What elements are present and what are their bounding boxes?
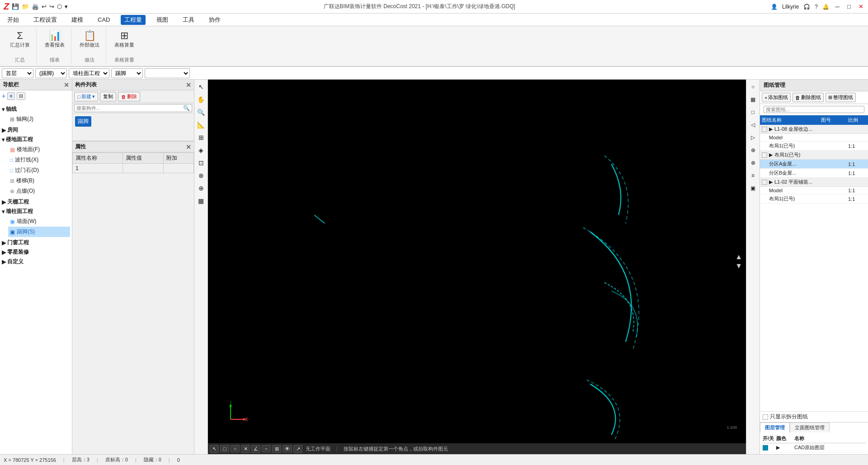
bell-icon[interactable]: 🔔: [822, 4, 829, 10]
comp-item-baseboard[interactable]: 踢脚: [75, 116, 91, 127]
sidebar-icon-hand[interactable]: ✋: [196, 94, 207, 105]
sidebar-icon-measure[interactable]: 📐: [196, 119, 207, 130]
titlebar-icon-undo[interactable]: ↩: [42, 3, 47, 10]
nav-item-wave[interactable]: □ 波打线(X): [8, 155, 70, 165]
titlebar-icon-folder[interactable]: 📁: [22, 3, 29, 10]
drawing-group-l102[interactable]: ▶ L1-02 平面铺装...: [760, 178, 868, 187]
nav-item-wall-face[interactable]: ▣ 墙面(W): [8, 216, 70, 227]
comp-search-box[interactable]: 🔍: [74, 104, 192, 112]
sidebar-icon-misc3[interactable]: ▦: [196, 195, 207, 206]
drawing-group-l108[interactable]: ▶ L1-08 金屋收边...: [760, 125, 868, 134]
close-btn[interactable]: ✕: [857, 3, 864, 10]
ribbon-btn-external-method[interactable]: 📋 外部做法: [77, 29, 102, 50]
sidebar-icon-layer[interactable]: ⊞: [196, 132, 207, 143]
drawing-organize-btn[interactable]: ⊞ 整理图纸: [826, 93, 856, 102]
drawing-add-btn[interactable]: + 添加图纸: [762, 93, 791, 102]
nav-group-door-window[interactable]: ▶ 门窗工程: [2, 239, 70, 247]
drawing-row-subA[interactable]: 分区A金屋... 1:1: [760, 160, 868, 169]
vp-btn-minus[interactable]: −: [262, 445, 271, 452]
ribbon-btn-view-report[interactable]: 📊 查看报表: [42, 29, 67, 50]
drawing-row-l108-layout1[interactable]: 布局1(已号) 1:1: [760, 142, 868, 151]
menu-tools[interactable]: 工具: [179, 15, 198, 25]
titlebar-icon-misc2[interactable]: ▾: [65, 3, 68, 10]
right-sidebar-icon-1[interactable]: ○: [748, 81, 759, 92]
right-sidebar-icon-7[interactable]: ⊗: [748, 157, 759, 168]
titlebar-icon-misc[interactable]: ⬡: [57, 3, 62, 10]
drawing-row-subB[interactable]: 分区B金屋... 1:1: [760, 169, 868, 178]
ribbon-btn-summary-calc[interactable]: Σ 汇总计算: [7, 29, 33, 50]
menu-start[interactable]: 开始: [4, 15, 23, 25]
maximize-btn[interactable]: □: [845, 3, 853, 10]
titlebar-icon-redo[interactable]: ↪: [49, 3, 54, 10]
drawing-search-input[interactable]: [766, 107, 862, 112]
titlebar-icon-save[interactable]: 💾: [12, 3, 19, 10]
vp-btn-angle[interactable]: ∠: [251, 445, 260, 453]
drawing-row-l102-layout1[interactable]: 布局1(已号) 1:1: [760, 195, 868, 204]
menu-engineering[interactable]: 工程量: [121, 15, 146, 25]
engineering-select[interactable]: 墙柱面工程: [69, 68, 109, 78]
nav-item-door-stone[interactable]: □ 过门石(D): [8, 165, 70, 176]
right-sidebar-icon-6[interactable]: ⊕: [748, 145, 759, 156]
vp-btn-circle-select[interactable]: ○: [231, 445, 240, 452]
sidebar-icon-section[interactable]: ⊡: [196, 157, 207, 168]
right-sidebar-icon-2[interactable]: ▦: [748, 94, 759, 105]
nav-panel-close[interactable]: ✕: [64, 81, 69, 89]
l102-checkbox[interactable]: [762, 180, 767, 185]
right-sidebar-icon-9[interactable]: ▣: [748, 183, 759, 194]
extra-select[interactable]: [145, 68, 190, 78]
ribbon-btn-table-calc[interactable]: ⊞ 表格算量: [112, 29, 137, 50]
layer-1-expand[interactable]: ▶: [776, 445, 794, 451]
nav-add-btn[interactable]: +: [2, 92, 5, 100]
sidebar-icon-zoom[interactable]: 🔍: [196, 107, 207, 118]
viewport-nav-up[interactable]: ▲: [735, 253, 742, 261]
right-sidebar-icon-3[interactable]: □: [748, 107, 759, 118]
minimize-btn[interactable]: ─: [834, 3, 841, 10]
drawing-row-l102-model[interactable]: Model 1:1: [760, 187, 868, 195]
viewport-nav-down[interactable]: ▼: [735, 262, 742, 270]
vp-btn-rect-select[interactable]: □: [220, 445, 229, 452]
attr-panel-close[interactable]: ✕: [186, 143, 191, 151]
layer-1-toggle[interactable]: [763, 445, 768, 451]
layoutA-checkbox[interactable]: [762, 152, 767, 158]
comp-search-input[interactable]: [76, 105, 183, 111]
vp-btn-pick[interactable]: ↗: [293, 445, 302, 453]
sidebar-icon-cursor[interactable]: ↖: [196, 81, 207, 92]
nav-group-ceiling[interactable]: ▶ 天棚工程: [2, 198, 70, 206]
vp-btn-snap[interactable]: ⊞: [272, 445, 281, 453]
floor-select[interactable]: 首层 二层 三层: [2, 68, 33, 78]
l108-checkbox[interactable]: [762, 127, 767, 132]
only-split-checkbox[interactable]: [763, 414, 768, 420]
sidebar-icon-misc1[interactable]: ⊗: [196, 170, 207, 181]
comp-delete-btn[interactable]: 🗑 删除: [118, 92, 140, 101]
help-icon[interactable]: ?: [815, 4, 818, 10]
titlebar-icon-print[interactable]: 🖨️: [32, 3, 39, 10]
menu-build[interactable]: 建模: [68, 15, 87, 25]
component-type-select[interactable]: 踢脚 墙面: [111, 68, 143, 78]
headphone-icon[interactable]: 🎧: [803, 4, 810, 10]
nav-group-axis[interactable]: ▾ 轴线: [2, 105, 70, 113]
comp-copy-btn[interactable]: 复制: [100, 92, 116, 101]
drawing-group-layoutA[interactable]: ▶ 布局1(已号): [760, 151, 868, 160]
right-sidebar-icon-5[interactable]: ▷: [748, 132, 759, 143]
nav-item-dot[interactable]: ⊕ 点缀(O): [8, 186, 70, 196]
nav-item-grid[interactable]: ⊞ 轴网(J): [8, 114, 70, 124]
nav-item-stair[interactable]: ⊞ 楼梯(B): [8, 176, 70, 186]
right-sidebar-icon-8[interactable]: ≡: [748, 170, 759, 181]
comp-panel-close[interactable]: ✕: [186, 81, 191, 89]
vp-btn-cross[interactable]: ✕: [241, 445, 250, 453]
tab-layer-mgmt[interactable]: 图层管理: [760, 422, 790, 432]
nav-group-custom[interactable]: ▶ 自定义: [2, 258, 70, 266]
vp-btn-eye[interactable]: 👁: [283, 445, 292, 452]
nav-group-room[interactable]: ▶ 房间: [2, 126, 70, 134]
drawing-delete-btn[interactable]: 🗑 删除图纸: [793, 93, 824, 102]
menu-cad[interactable]: CAD: [94, 15, 113, 24]
comp-new-btn[interactable]: □ 新建 ▾: [74, 92, 98, 101]
nav-item-floor-face[interactable]: ▦ 楼地面(F): [8, 144, 70, 155]
nav-group-misc-decor[interactable]: ▶ 零星装修: [2, 248, 70, 256]
cad-canvas[interactable]: ▲ ▼ Y X 1:100: [208, 80, 746, 443]
nav-tree-view-btn[interactable]: ⊟: [17, 92, 25, 100]
tab-elevation-mgmt[interactable]: 立面图纸管理: [790, 422, 830, 432]
sidebar-icon-view3d[interactable]: ◈: [196, 145, 207, 156]
menu-project-settings[interactable]: 工程设置: [30, 15, 61, 25]
nav-list-view-btn[interactable]: ≡: [7, 92, 14, 100]
